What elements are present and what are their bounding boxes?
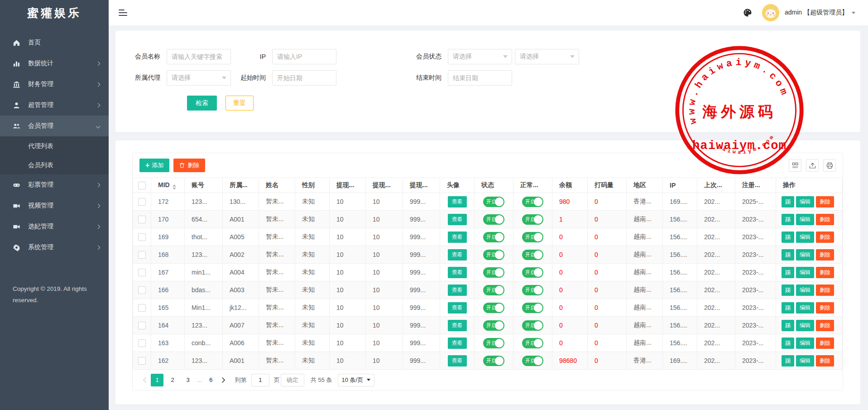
edit-button[interactable]: 编辑	[796, 302, 814, 314]
status-toggle[interactable]: 开启	[483, 303, 504, 313]
normal-toggle[interactable]: 开启	[522, 303, 543, 313]
avatar[interactable]	[762, 4, 779, 21]
row-checkbox[interactable]	[138, 198, 146, 206]
secondary-status-select[interactable]: 请选择	[515, 49, 579, 64]
search-button[interactable]: 检索	[187, 96, 217, 111]
edit-button[interactable]: 编辑	[796, 214, 814, 225]
status-toggle[interactable]: 开启	[483, 267, 504, 278]
avatar-view-button[interactable]: 查看	[448, 302, 467, 314]
status-toggle[interactable]: 开启	[483, 197, 504, 207]
select-all-checkbox[interactable]	[138, 182, 146, 189]
export-button[interactable]	[806, 159, 819, 172]
delete-button[interactable]: 删除	[816, 196, 834, 207]
normal-toggle[interactable]: 开启	[522, 250, 543, 260]
user-menu[interactable]: admin 【超级管理员】	[785, 9, 855, 17]
start-date-input[interactable]	[272, 70, 336, 86]
status-toggle[interactable]: 开启	[483, 320, 504, 331]
kick-button[interactable]: 踢	[782, 196, 794, 207]
status-toggle[interactable]: 开启	[483, 285, 504, 295]
row-checkbox[interactable]	[138, 251, 146, 259]
status-toggle[interactable]: 开启	[483, 356, 504, 366]
theme-palette-icon[interactable]	[743, 8, 752, 17]
col-mid[interactable]: MID	[151, 178, 185, 193]
page-number[interactable]: 2	[166, 374, 179, 386]
reset-button[interactable]: 重置	[225, 96, 254, 111]
normal-toggle[interactable]: 开启	[522, 320, 543, 331]
avatar-view-button[interactable]: 查看	[448, 249, 467, 260]
normal-toggle[interactable]: 开启	[522, 232, 543, 242]
edit-button[interactable]: 编辑	[796, 232, 814, 243]
row-checkbox[interactable]	[138, 286, 146, 294]
per-page-select[interactable]: 10 条/页	[338, 374, 375, 386]
kick-button[interactable]: 踢	[782, 355, 794, 367]
row-checkbox[interactable]	[138, 339, 146, 347]
ip-input[interactable]	[272, 49, 336, 64]
sidebar-item-superadmin[interactable]: 超管管理	[0, 95, 109, 116]
filter-columns-button[interactable]	[789, 159, 801, 172]
goto-page-input[interactable]	[251, 374, 269, 386]
edit-button[interactable]: 编辑	[796, 338, 814, 349]
avatar-view-button[interactable]: 查看	[448, 232, 467, 243]
delete-button[interactable]: 删除	[816, 232, 834, 243]
delete-selected-button[interactable]: 删除	[173, 159, 205, 172]
sidebar-item-lottery[interactable]: 彩票管理	[0, 174, 109, 195]
member-name-input[interactable]	[167, 49, 231, 64]
kick-button[interactable]: 踢	[782, 338, 794, 349]
status-toggle[interactable]: 开启	[483, 250, 504, 260]
kick-button[interactable]: 踢	[782, 285, 794, 296]
sidebar-item-xuanfei[interactable]: 选妃管理	[0, 216, 109, 237]
edit-button[interactable]: 编辑	[796, 320, 814, 331]
status-toggle[interactable]: 开启	[483, 338, 504, 348]
end-date-input[interactable]	[448, 70, 512, 86]
delete-button[interactable]: 删除	[816, 249, 834, 260]
row-checkbox[interactable]	[138, 269, 146, 276]
sidebar-item-video[interactable]: 视频管理	[0, 195, 109, 216]
row-checkbox[interactable]	[138, 357, 146, 365]
avatar-view-button[interactable]: 查看	[448, 338, 467, 349]
normal-toggle[interactable]: 开启	[522, 214, 543, 225]
sidebar-item-members[interactable]: 会员管理	[0, 116, 109, 136]
sidebar-subitem-member-list[interactable]: 会员列表	[0, 155, 109, 174]
kick-button[interactable]: 踢	[782, 214, 794, 225]
kick-button[interactable]: 踢	[782, 249, 794, 260]
page-number[interactable]: 6	[205, 374, 217, 386]
delete-button[interactable]: 删除	[816, 320, 834, 331]
normal-toggle[interactable]: 开启	[522, 267, 543, 278]
kick-button[interactable]: 踢	[782, 267, 794, 278]
status-toggle[interactable]: 开启	[483, 214, 504, 225]
kick-button[interactable]: 踢	[782, 302, 794, 314]
edit-button[interactable]: 编辑	[796, 285, 814, 296]
delete-button[interactable]: 删除	[816, 338, 834, 349]
edit-button[interactable]: 编辑	[796, 196, 814, 207]
normal-toggle[interactable]: 开启	[522, 338, 543, 348]
edit-button[interactable]: 编辑	[796, 267, 814, 278]
prev-page-icon[interactable]	[139, 373, 149, 387]
edit-button[interactable]: 编辑	[796, 249, 814, 260]
delete-button[interactable]: 删除	[816, 302, 834, 314]
delete-button[interactable]: 删除	[816, 285, 834, 296]
next-page-icon[interactable]	[219, 373, 229, 387]
agent-select[interactable]: 请选择	[167, 70, 231, 86]
avatar-view-button[interactable]: 查看	[448, 214, 467, 225]
row-checkbox[interactable]	[138, 304, 146, 312]
menu-toggle-icon[interactable]	[119, 8, 128, 18]
member-status-select[interactable]: 请选择	[448, 49, 512, 64]
delete-button[interactable]: 删除	[816, 267, 834, 278]
kick-button[interactable]: 踢	[782, 232, 794, 243]
sidebar-item-system[interactable]: 系统管理	[0, 237, 109, 258]
row-checkbox[interactable]	[138, 322, 146, 329]
goto-confirm-button[interactable]: 确定	[281, 374, 304, 386]
row-checkbox[interactable]	[138, 233, 146, 241]
avatar-view-button[interactable]: 查看	[448, 355, 467, 367]
page-number[interactable]: 3	[182, 374, 194, 386]
page-number[interactable]: 1	[151, 374, 163, 386]
print-button[interactable]	[823, 159, 836, 172]
avatar-view-button[interactable]: 查看	[448, 196, 467, 207]
avatar-view-button[interactable]: 查看	[448, 320, 467, 331]
sidebar-item-statistics[interactable]: 数据统计	[0, 53, 109, 74]
delete-button[interactable]: 删除	[816, 214, 834, 225]
sort-icon[interactable]	[173, 184, 176, 190]
row-checkbox[interactable]	[138, 216, 146, 223]
avatar-view-button[interactable]: 查看	[448, 267, 467, 278]
normal-toggle[interactable]: 开启	[522, 197, 543, 207]
